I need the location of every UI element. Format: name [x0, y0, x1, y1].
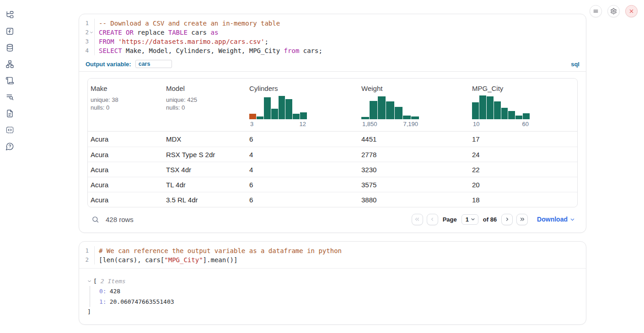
histogram-bar[interactable]: [523, 113, 530, 119]
scratchpad-scroll-icon[interactable]: [4, 75, 15, 86]
language-badge: sql: [571, 61, 580, 68]
code-token: -- Download a CSV and create an in-memor…: [99, 20, 280, 27]
open-bracket: [: [93, 278, 97, 285]
document-icon[interactable]: [4, 108, 15, 119]
settings-button[interactable]: [607, 5, 620, 17]
python-code-editor[interactable]: 1# We can reference the output variable …: [79, 242, 586, 269]
code-text[interactable]: -- Download a CSV and create an in-memor…: [95, 19, 280, 28]
column-stat: unique: 38: [91, 96, 163, 104]
line-number-gutter: 1: [79, 19, 95, 28]
table-row[interactable]: Acura3.5 RL 4dr6388018: [88, 192, 577, 207]
histogram-bar[interactable]: [271, 109, 278, 119]
code-line[interactable]: 2CREATE OR replace TABLE cars as: [79, 28, 586, 37]
code-text[interactable]: FROM 'https://datasets.marimo.app/cars.c…: [95, 37, 268, 46]
column-header-cylinders[interactable]: Cylinders312: [247, 79, 359, 131]
page-label: Page: [443, 216, 457, 223]
pagination: Page 1 of 86 Download: [412, 214, 575, 225]
histogram-bar[interactable]: [472, 102, 479, 119]
code-line[interactable]: 3FROM 'https://datasets.marimo.app/cars.…: [79, 37, 586, 46]
logs-search-icon[interactable]: [4, 91, 15, 102]
chevrons-right-icon: [519, 216, 526, 222]
histogram-bar[interactable]: [479, 95, 486, 119]
histogram-bar[interactable]: [487, 96, 494, 119]
histogram-bar[interactable]: [501, 108, 508, 119]
prev-page-button[interactable]: [427, 214, 438, 225]
topbar-actions: [590, 5, 638, 17]
histogram-bar[interactable]: [378, 96, 386, 119]
sidebar: [0, 9, 19, 152]
column-header-mpg_city[interactable]: MPG_City1060: [469, 79, 577, 131]
column-stat: nulls: 0: [166, 104, 247, 111]
menu-button[interactable]: [590, 5, 602, 17]
histogram-bar[interactable]: [279, 96, 285, 119]
column-stats: unique: 38nulls: 0: [91, 96, 163, 111]
histogram-bar[interactable]: [403, 116, 411, 119]
download-button[interactable]: Download: [537, 216, 575, 223]
code-text[interactable]: [len(cars), cars["MPG_City"].mean()]: [95, 255, 237, 264]
column-header-weight[interactable]: Weight1,8507,190: [359, 79, 469, 131]
database-icon[interactable]: [4, 42, 15, 53]
code-line[interactable]: 2[len(cars), cars["MPG_City"].mean()]: [79, 255, 586, 264]
table-row[interactable]: AcuraMDX6445117: [88, 132, 577, 147]
code-token: CREATE: [99, 29, 122, 36]
histogram-bar[interactable]: [395, 107, 402, 119]
table-row[interactable]: AcuraRSX Type S 2dr4277824: [88, 147, 577, 162]
search-button[interactable]: [90, 214, 100, 224]
histogram-axis: 1060: [472, 121, 530, 127]
table-cell: 4: [247, 151, 359, 159]
histogram-bar[interactable]: [386, 101, 394, 119]
close-app-button[interactable]: [625, 5, 638, 17]
output-variable-input[interactable]: [135, 60, 172, 68]
table-cell: Acura: [88, 135, 163, 143]
histogram-bar[interactable]: [508, 111, 515, 119]
python-cell: 1# We can reference the output variable …: [79, 241, 586, 325]
code-token: FROM: [99, 38, 114, 45]
column-header-model[interactable]: Modelunique: 425nulls: 0: [163, 79, 247, 131]
function-icon[interactable]: [4, 26, 15, 37]
histogram-bar[interactable]: [300, 112, 307, 119]
histogram-bar[interactable]: [285, 99, 292, 119]
column-stat: unique: 425: [166, 96, 247, 104]
code-token: [122, 29, 126, 36]
histogram-bar[interactable]: [411, 116, 419, 119]
histogram-bars: [249, 95, 307, 119]
histogram-bar[interactable]: [515, 116, 522, 119]
histogram-bar[interactable]: [370, 101, 377, 120]
gear-icon: [610, 8, 617, 15]
table-cell: 20: [469, 181, 577, 189]
fold-icon[interactable]: [89, 31, 94, 34]
help-chat-icon[interactable]: [4, 141, 15, 152]
last-page-button[interactable]: [516, 214, 528, 225]
first-page-button[interactable]: [412, 214, 423, 225]
histogram-bar[interactable]: [361, 117, 369, 119]
column-header-make[interactable]: Makeunique: 38nulls: 0: [88, 79, 163, 131]
histogram-bar[interactable]: [249, 114, 256, 119]
histogram-bar[interactable]: [293, 114, 300, 119]
download-label: Download: [537, 216, 568, 223]
next-page-button[interactable]: [501, 214, 513, 225]
code-line[interactable]: 1# We can reference the output variable …: [79, 246, 586, 255]
table-row[interactable]: AcuraTSX 4dr4323022: [88, 162, 577, 177]
items-count-label: 2 Items: [101, 278, 126, 285]
dependency-graph-icon[interactable]: [4, 58, 15, 69]
code-text[interactable]: SELECT Make, Model, Cylinders, Weight, M…: [95, 46, 322, 55]
histogram-bar[interactable]: [257, 116, 263, 119]
table-cell: 6: [247, 196, 359, 204]
sql-code-editor[interactable]: 1-- Download a CSV and create an in-memo…: [79, 14, 586, 59]
axis-label: 10: [473, 121, 479, 127]
code-text[interactable]: # We can reference the output variable a…: [95, 246, 342, 255]
histogram-bar[interactable]: [494, 101, 501, 119]
column-label: Make: [91, 85, 163, 92]
code-line[interactable]: 1-- Download a CSV and create an in-memo…: [79, 19, 586, 28]
code-line[interactable]: 4SELECT Make, Model, Cylinders, Weight, …: [79, 46, 586, 55]
table-row[interactable]: AcuraTL 4dr6357520: [88, 177, 577, 192]
page-select[interactable]: 1: [462, 214, 478, 225]
file-tree-icon[interactable]: [4, 9, 15, 20]
code-text[interactable]: CREATE OR replace TABLE cars as: [95, 28, 218, 37]
snippets-code-icon[interactable]: [4, 124, 15, 135]
output-tree-header: [ 2 Items: [87, 276, 578, 286]
collapse-toggle-icon[interactable]: [87, 279, 93, 283]
histogram-bar[interactable]: [264, 97, 271, 119]
table-cell: TL 4dr: [163, 181, 247, 189]
code-token: ;: [264, 38, 268, 45]
